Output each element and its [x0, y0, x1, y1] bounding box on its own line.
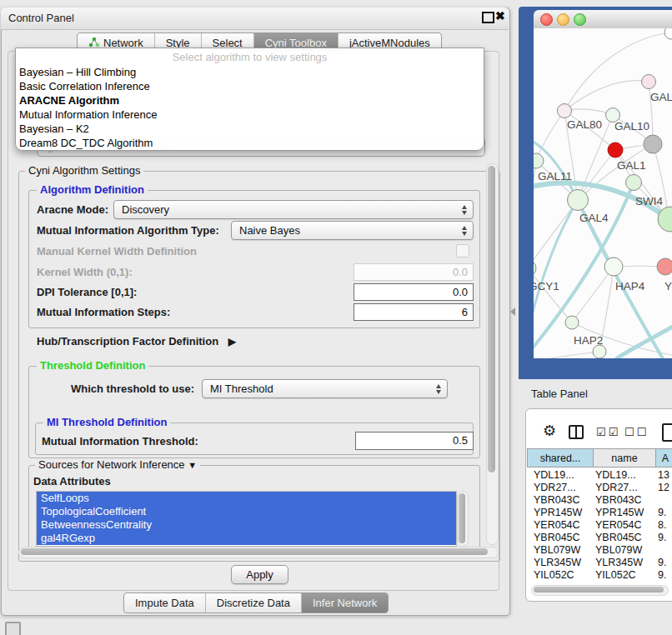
table-row[interactable]: YIL052CYIL052C9. — [527, 569, 672, 582]
combo-arrows-icon — [462, 226, 467, 236]
which-threshold-combo[interactable]: MI Threshold — [202, 379, 448, 398]
tab-label: Discretize Data — [217, 597, 290, 609]
select-all-columns-icon[interactable]: ☑☑ — [596, 426, 620, 438]
mi-algorithm-type-value: Naive Bayes — [239, 224, 300, 237]
table-row[interactable]: YBR045CYBR045C9. — [527, 532, 672, 544]
table-cell — [654, 494, 672, 507]
table-row[interactable]: YPR145WYPR145W9. — [527, 507, 672, 519]
table-cell — [654, 544, 672, 557]
table-row[interactable]: YDL19...YDL19...13 — [527, 469, 672, 482]
network-node-gal80[interactable] — [558, 104, 572, 118]
table-cell: YPR145W — [527, 507, 592, 519]
network-nodes[interactable]: GAL2GAL80GAL10GAL1GAL11SWI4GAL4GCY1HAP4Y… — [534, 28, 672, 358]
float-window-icon[interactable] — [482, 12, 494, 23]
aracne-mode-value: Discovery — [122, 203, 169, 216]
close-icon[interactable]: ✖ — [495, 9, 505, 22]
tab-discretize-data[interactable]: Discretize Data — [206, 593, 302, 612]
table-cell: YDR27... — [592, 482, 654, 494]
aracne-mode-combo[interactable]: Discovery — [113, 200, 474, 219]
table-function-icon[interactable] — [662, 423, 672, 442]
tab-infer-network[interactable]: Infer Network — [302, 593, 388, 612]
window-minimize-button[interactable] — [557, 13, 569, 26]
minimized-window-icon[interactable] — [5, 622, 21, 635]
apply-button[interactable]: Apply — [231, 565, 288, 584]
settings-horizontal-scrollbar[interactable] — [18, 547, 499, 558]
table-body: YDL19...YDL19...13YDR27...YDR27...12YBR0… — [527, 469, 672, 583]
column-header-a[interactable]: A — [656, 448, 672, 468]
window-close-button[interactable] — [540, 13, 553, 26]
algorithm-option-bayesian-hill-climbing[interactable]: Bayesian – Hill Climbing — [16, 65, 484, 79]
aracne-mode-label: Aracne Mode: — [37, 203, 108, 216]
network-node-hap4[interactable] — [604, 258, 623, 276]
table-horizontal-scrollbar[interactable] — [531, 585, 669, 596]
network-node[interactable] — [644, 135, 662, 153]
algorithm-option-basic-correlation-inference[interactable]: Basic Correlation Inference — [16, 79, 484, 93]
node-label: GAL10 — [614, 120, 649, 132]
network-node-y[interactable] — [657, 258, 672, 275]
mi-algorithm-type-combo[interactable]: Naive Bayes — [231, 221, 474, 240]
table-row[interactable]: YDR27...YDR27...12 — [527, 482, 672, 494]
column-header-name[interactable]: name — [594, 448, 656, 468]
manual-kernel-checkbox[interactable] — [456, 244, 469, 258]
columns-icon[interactable] — [569, 425, 584, 439]
network-node-gal1[interactable] — [608, 142, 623, 158]
network-node-hap2[interactable] — [565, 316, 579, 329]
mi-threshold-title: MI Threshold Definition — [43, 417, 170, 428]
network-node-gal2[interactable] — [642, 75, 656, 89]
settings-vertical-scrollbar[interactable] — [486, 163, 499, 545]
table-cell: YLR345W — [592, 557, 654, 569]
data-attributes-list[interactable]: SelfLoopsTopologicalCoefficientBetweenne… — [36, 491, 457, 547]
settings-vertical-scrollbar-thumb[interactable] — [488, 166, 495, 472]
algorithm-option-dream8-dc-tdc-algorithm[interactable]: Dream8 DC_TDC Algorithm — [16, 136, 484, 150]
attributes-scrollbar[interactable] — [457, 491, 469, 547]
algorithm-option-mutual-information-inference[interactable]: Mutual Information Inference — [16, 108, 484, 122]
settings-horizontal-scrollbar-thumb[interactable] — [21, 548, 488, 555]
bottom-tabs: Impute DataDiscretize DataInfer Network — [123, 592, 389, 613]
tab-impute-data[interactable]: Impute Data — [124, 593, 206, 612]
dpi-tolerance-field[interactable]: 0.0 — [354, 283, 474, 301]
network-node-gal4[interactable] — [568, 190, 589, 211]
table-row[interactable]: YBL079WYBL079W — [527, 544, 672, 557]
table-cell: YBR045C — [527, 532, 592, 544]
network-node[interactable] — [593, 345, 606, 358]
mi-threshold-field[interactable]: 0.5 — [355, 432, 474, 450]
attribute-item-gal4rgexp[interactable]: gal4RGexp — [37, 532, 456, 545]
algorithm-option-bayesian-k2[interactable]: Bayesian – K2 — [16, 122, 484, 136]
sources-title[interactable]: Sources for Network Inference ▼ — [35, 459, 200, 471]
which-threshold-label: Which threshold to use: — [71, 382, 194, 395]
which-threshold-value: MI Threshold — [210, 382, 273, 395]
network-node-swi4[interactable] — [626, 175, 642, 191]
panel-divider-grabber[interactable] — [510, 308, 515, 316]
table-cell: 9. — [654, 507, 672, 519]
network-node[interactable] — [664, 28, 672, 39]
hub-definition-expander[interactable]: Hub/Transcription Factor Definition ▶ — [37, 335, 236, 348]
algorithm-popup-placeholder: Select algorithm to view settings — [16, 50, 484, 65]
attributes-scrollbar-thumb[interactable] — [459, 493, 465, 543]
network-window-titlebar[interactable] — [534, 10, 672, 29]
gear-icon[interactable]: ⚙ — [543, 422, 556, 440]
attribute-item-topologicalcoefficient[interactable]: TopologicalCoefficient — [37, 505, 456, 518]
mi-steps-field[interactable]: 6 — [354, 303, 474, 321]
attribute-item-betweennesscentrality[interactable]: BetweennessCentrality — [37, 518, 456, 532]
node-label: HAP4 — [615, 280, 645, 292]
table-cell: YBR043C — [527, 494, 592, 507]
table-row[interactable]: YER054CYER054C8. — [527, 519, 672, 532]
kernel-width-label: Kernel Width (0,1): — [37, 266, 133, 278]
network-node-gcy1[interactable] — [534, 260, 536, 277]
table-cell: 9. — [654, 569, 672, 582]
table-row[interactable]: YBR043CYBR043C — [527, 494, 672, 507]
window-zoom-button[interactable] — [574, 13, 586, 26]
column-header-shared[interactable]: shared... — [527, 448, 594, 468]
node-label: GCY1 — [534, 280, 559, 292]
table-cell: YDL19... — [592, 469, 654, 482]
network-canvas[interactable]: GAL2GAL80GAL10GAL1GAL11SWI4GAL4GCY1HAP4Y… — [534, 28, 672, 358]
node-label: GAL1 — [617, 159, 646, 172]
table-horizontal-scrollbar-thumb[interactable] — [534, 587, 664, 592]
algorithm-option-aracne-algorithm[interactable]: ARACNE Algorithm — [16, 93, 484, 108]
dpi-tolerance-label: DPI Tolerance [0,1]: — [37, 286, 137, 298]
tab-label: Impute Data — [135, 597, 194, 609]
attribute-item-selfloops[interactable]: SelfLoops — [37, 492, 456, 505]
kernel-width-field: 0.0 — [354, 263, 474, 281]
table-row[interactable]: YLR345WYLR345W9. — [527, 557, 672, 569]
deselect-all-columns-icon[interactable]: ☐☐ — [624, 426, 649, 438]
